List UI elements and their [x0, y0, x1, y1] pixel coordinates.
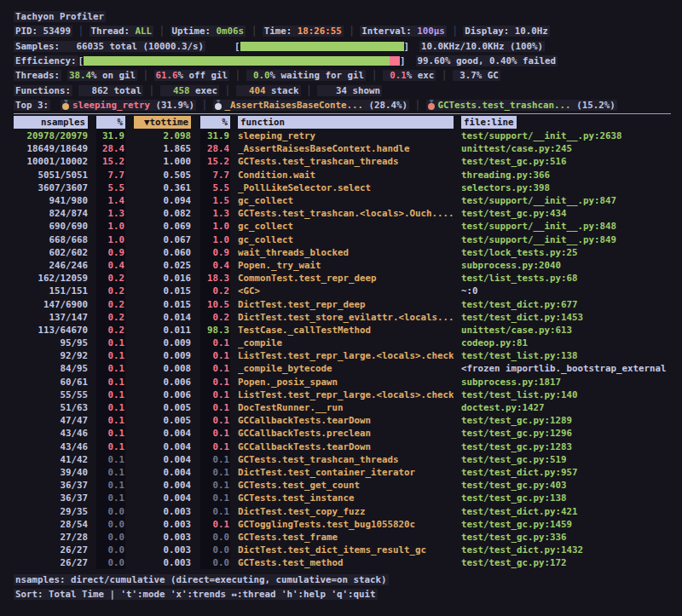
cell-tottime: 0.015	[134, 298, 191, 311]
table-row[interactable]: 941/9801.40.0941.5gc_collecttest/support…	[0, 194, 682, 207]
table-row[interactable]: 10001/1000215.21.00015.2GCTests.test_tra…	[0, 155, 682, 168]
table-row[interactable]: 51/630.10.0050.1DocTestRunner.__rundocte…	[0, 401, 682, 414]
cell-direct-pct: 0.1	[96, 453, 125, 466]
table-row[interactable]: 26/270.00.0030.0DictTest.test_dict_items…	[0, 544, 682, 556]
separator: │	[143, 85, 160, 96]
cell-function: sleeping_retry	[238, 130, 454, 142]
table-row[interactable]: 113/646700.20.01198.3TestCase._callTestM…	[0, 324, 682, 337]
table-row[interactable]: 151/1510.20.0150.2<GC>~:0	[0, 285, 682, 297]
cell-function: GCTests.test_get_count	[238, 479, 454, 492]
table-row[interactable]: 18649/1864928.41.86528.4_AssertRaisesBas…	[0, 142, 682, 155]
cell-direct-pct: 0.2	[96, 311, 125, 324]
column-header-tottime[interactable]: ▼tottime	[134, 116, 191, 129]
top3-pct: (31.9%)	[150, 100, 194, 111]
cell-direct-pct: 0.1	[96, 479, 125, 492]
cell-cumulative-pct: 15.2	[200, 155, 230, 168]
cell-direct-pct: 0.1	[96, 362, 125, 375]
table-row[interactable]: 28/540.00.0030.1GCTogglingTests.test_bug…	[0, 518, 682, 531]
table-row[interactable]: 95/950.10.0090.1_compilecodeop.py:81	[0, 337, 682, 349]
table-row[interactable]: 5051/50517.70.5057.7Condition.waitthread…	[0, 169, 682, 181]
cell-tottime: 0.014	[134, 311, 191, 324]
cell-nsamples: 20978/20979	[14, 130, 88, 142]
cell-file-line: threading.py:366	[461, 169, 682, 181]
table-row[interactable]: 43/460.10.0040.1GCCallbackTests.preclean…	[0, 427, 682, 440]
cell-file-line: test/test_gc.py:1296	[461, 427, 682, 440]
cell-direct-pct: 0.9	[96, 246, 125, 259]
cell-direct-pct: 0.2	[96, 298, 125, 311]
table-row[interactable]: 26/270.00.0030.0GCTests.test_methodtest/…	[0, 556, 682, 569]
cell-function: DictTest.test_container_iterator	[238, 466, 454, 479]
table-row[interactable]: 92/920.10.0090.1ListTest.test_repr_large…	[0, 349, 682, 362]
functions-line-segment: 458 exec	[160, 85, 220, 96]
cell-function: GCCallbackTests.tearDown	[238, 440, 454, 453]
column-header-cumulative-pct[interactable]: %	[200, 116, 230, 129]
column-header-direct-pct[interactable]: %	[96, 116, 125, 129]
cell-function: Popen._posix_spawn	[238, 376, 454, 389]
cell-tottime: 0.009	[134, 349, 191, 362]
cell-direct-pct: 5.5	[96, 181, 125, 194]
table-row[interactable]: 39/400.10.0040.1DictTest.test_container_…	[0, 466, 682, 479]
cell-nsamples: 41/42	[14, 453, 88, 466]
cell-direct-pct: 0.2	[96, 285, 125, 297]
table-row[interactable]: 147/69000.20.01510.5DictTest.test_repr_d…	[0, 298, 682, 311]
table-row[interactable]: 41/420.10.0040.1GCTests.test_trashcan_th…	[0, 453, 682, 466]
cell-direct-pct: 0.1	[96, 414, 125, 427]
cell-cumulative-pct: 1.0	[200, 220, 230, 233]
table-row[interactable]: 84/950.10.0080.1_compile_bytecode<frozen…	[0, 362, 682, 375]
cell-direct-pct: 0.1	[96, 427, 125, 440]
separator: │	[153, 26, 170, 37]
cell-nsamples: 668/668	[14, 233, 88, 246]
column-header-nsamples[interactable]: nsamples	[14, 116, 88, 129]
table-row[interactable]: 824/8741.30.0821.3GCTests.test_trashcan.…	[0, 207, 682, 220]
table-row[interactable]: 690/6901.00.0691.0gc_collecttest/support…	[0, 220, 682, 233]
table-header: nsamples % ▼tottime % function file:line	[0, 115, 682, 130]
cell-direct-pct: 1.3	[96, 207, 125, 220]
table-row[interactable]: 55/550.10.0060.1ListTest.test_repr_large…	[0, 389, 682, 401]
cell-direct-pct: 31.9	[96, 130, 125, 142]
status-display-label: Display:	[465, 26, 515, 37]
footer: nsamples: direct/cumulative (direct=exec…	[0, 573, 682, 602]
status-pid: PID: 53499	[14, 26, 72, 37]
threads-line-value: 38.4	[69, 70, 91, 81]
table-row[interactable]: 60/610.10.0060.1Popen._posix_spawnsubpro…	[0, 376, 682, 389]
cell-cumulative-pct: 5.5	[200, 181, 230, 194]
table-row[interactable]: 3607/36075.50.3615.5_PollLikeSelector.se…	[0, 181, 682, 194]
cell-cumulative-pct: 1.0	[200, 233, 230, 246]
cell-cumulative-pct: 0.1	[200, 376, 230, 389]
table-row[interactable]: 36/370.10.0040.1GCTests.test_get_countte…	[0, 479, 682, 492]
separator: │	[196, 100, 213, 111]
functions-line-value: 34	[319, 85, 347, 96]
table-row[interactable]: 602/6020.90.0600.9wait_threads_blockedte…	[0, 246, 682, 259]
column-header-function[interactable]: function	[238, 116, 454, 129]
table-row[interactable]: 43/460.10.0040.1GCCallbackTests.tearDown…	[0, 440, 682, 453]
table-row[interactable]: 29/350.00.0030.1DictTest.test_copy_fuzzt…	[0, 505, 682, 518]
functions-line-suffix: shown	[347, 85, 380, 96]
cell-tottime: 0.015	[134, 285, 191, 297]
cell-file-line: ~:0	[461, 285, 682, 297]
table-row[interactable]: 246/2460.40.0250.4Popen._try_waitsubproc…	[0, 259, 682, 272]
cell-cumulative-pct: 0.4	[200, 259, 230, 272]
table-row[interactable]: 137/1470.20.0140.2DictTest.test_store_ev…	[0, 311, 682, 324]
top3-label: Top 3:	[14, 100, 50, 111]
functions-line-segment: 862 total	[78, 85, 143, 96]
cell-direct-pct: 15.2	[96, 155, 125, 168]
table-row[interactable]: 47/470.10.0050.1GCCallbackTests.tearDown…	[0, 414, 682, 427]
table-row[interactable]: 668/6681.00.0671.0gc_collecttest/support…	[0, 233, 682, 246]
threads-line-segment: 0.1% exc	[383, 70, 436, 81]
cell-nsamples: 47/47	[14, 414, 88, 427]
threads-line-value: 0.1	[384, 70, 407, 81]
separator: │	[436, 70, 453, 81]
cell-cumulative-pct: 31.9	[200, 130, 230, 142]
column-header-file-line[interactable]: file:line	[461, 116, 517, 129]
cell-function: DictTest.test_dict_items_result_gc	[238, 544, 454, 556]
table-row[interactable]: 20978/2097931.92.09831.9sleeping_retryte…	[0, 130, 682, 142]
cell-tottime: 0.094	[134, 194, 191, 207]
cell-cumulative-pct: 0.1	[200, 427, 230, 440]
cell-nsamples: 92/92	[14, 349, 88, 362]
table-row[interactable]: 36/370.10.0040.1GCTests.test_instancetes…	[0, 492, 682, 504]
table-row[interactable]: 27/280.00.0030.0GCTests.test_frametest/t…	[0, 531, 682, 544]
table-row[interactable]: 162/120590.20.01618.3CommonTest.test_rep…	[0, 272, 682, 285]
threads-line-label: Threads:	[14, 70, 61, 81]
separator: │	[72, 26, 90, 37]
bronze-medal-icon	[428, 100, 436, 110]
